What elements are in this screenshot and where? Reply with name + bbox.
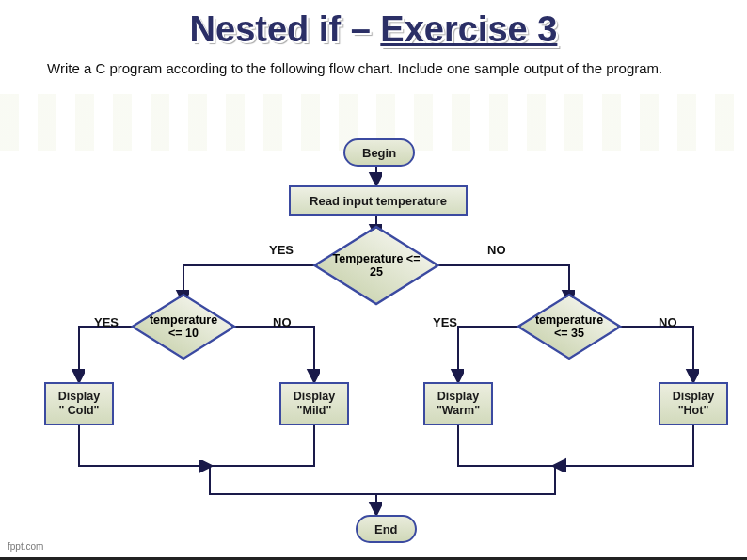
decision-label-temp35: temperature <= 35: [532, 303, 607, 350]
node-display-cold: Display " Cold": [44, 382, 114, 425]
node-end: End: [356, 515, 417, 543]
label-d3-no: NO: [659, 315, 677, 329]
decision-label-temp10: temperature <= 10: [146, 303, 221, 350]
node-display-warm: Display "Warm": [423, 382, 493, 425]
label-d2-yes: YES: [94, 315, 119, 329]
label-d1-no: NO: [487, 243, 506, 257]
footer-credit: fppt.com: [8, 541, 43, 552]
label-d3-yes: YES: [433, 315, 457, 329]
node-begin: Begin: [343, 138, 415, 167]
label-d2-no: NO: [273, 315, 292, 329]
label-d1-yes: YES: [269, 243, 294, 257]
node-display-mild: Display "Mild": [279, 382, 349, 425]
page-title: Nested if – Exercise 3: [0, 0, 747, 50]
title-text-b: Exercise 3: [380, 9, 557, 49]
exercise-prompt: Write a C program according to the follo…: [47, 59, 700, 78]
node-read: Read input temperature: [289, 185, 468, 216]
title-text-a: Nested if –: [190, 9, 381, 49]
node-decision-temp10: temperature <= 10: [160, 303, 207, 350]
node-decision-temp35: temperature <= 35: [546, 303, 593, 350]
decision-label-temp25: Temperature <= 25: [331, 237, 421, 294]
node-display-hot: Display "Hot": [659, 382, 728, 425]
node-decision-temp25: Temperature <= 25: [348, 237, 405, 294]
